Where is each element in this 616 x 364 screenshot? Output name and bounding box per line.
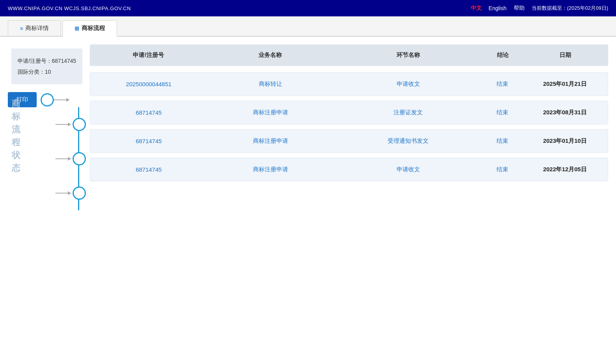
lang-zh-button[interactable]: 中文	[471, 5, 482, 12]
header-col2: 业务名称	[203, 51, 337, 59]
header-col1: 申请/注册号	[98, 51, 199, 59]
row2-appno: 68714745	[98, 109, 199, 116]
table-row[interactable]: 68714745 商标注册申请 申请收文 结束 2022年12月05日	[90, 158, 608, 181]
tab-process[interactable]: ⊞ 商标流程	[62, 20, 117, 37]
row4-conclusion: 结束	[479, 166, 526, 173]
table-row[interactable]: 68714745 商标注册申请 受理通知书发文 结束 2023年01月10日	[90, 129, 608, 153]
timeline-dot-2	[73, 118, 86, 131]
header-col5: 日期	[530, 51, 600, 59]
header-col3: 环节名称	[341, 51, 475, 59]
tab-process-label: 商标流程	[82, 25, 105, 32]
arrow-3	[55, 158, 71, 159]
row2-conclusion: 结束	[479, 109, 526, 116]
intl-class: 国际分类：10	[18, 66, 76, 77]
arrow-4	[55, 193, 71, 194]
table-header: 申请/注册号 业务名称 环节名称 结论 日期	[90, 44, 608, 66]
data-date: 当前数据截至：(2025年02月09日)	[532, 5, 609, 12]
table-area: 申请/注册号 业务名称 环节名称 结论 日期 20250000044851 商标…	[86, 44, 608, 210]
detail-icon: ≡	[20, 25, 23, 32]
tabs-bar: ≡ 商标详情 ⊞ 商标流程	[0, 16, 616, 37]
row3-bizname: 商标注册申请	[203, 137, 337, 145]
help-button[interactable]: 帮助	[514, 5, 525, 12]
row4-bizname: 商标注册申请	[203, 166, 337, 173]
row3-appno: 68714745	[98, 138, 199, 144]
row1-conclusion: 结束	[479, 80, 526, 88]
print-button[interactable]: 打印	[8, 92, 37, 107]
table-row[interactable]: 20250000044851 商标转让 申请收文 结束 2025年01月21日	[90, 72, 608, 96]
row1-bizname: 商标转让	[203, 80, 337, 88]
timeline-section	[8, 107, 86, 210]
tab-detail[interactable]: ≡ 商标详情	[8, 20, 61, 36]
timeline-dot-1	[41, 93, 54, 107]
timeline-entry-3	[8, 142, 86, 176]
row1-stepname: 申请收文	[341, 80, 475, 88]
reg-no: 申请/注册号：68714745	[18, 55, 76, 66]
tab-detail-label: 商标详情	[25, 25, 49, 32]
row3-conclusion: 结束	[479, 137, 526, 145]
header-col4: 结论	[479, 51, 526, 59]
row2-bizname: 商标注册申请	[203, 109, 337, 116]
table-row[interactable]: 68714745 商标注册申请 注册证发文 结束 2023年08月31日	[90, 101, 608, 124]
top-bar: WWW.CNIPA.GOV.CN WCJS.SBJ.CNIPA.GOV.CN 中…	[0, 0, 616, 16]
process-icon: ⊞	[75, 25, 79, 32]
main-content: 申请/注册号：68714745 国际分类：10 打印	[0, 37, 616, 218]
row4-appno: 68714745	[98, 166, 199, 173]
row1-appno: 20250000044851	[98, 81, 199, 87]
row2-date: 2023年08月31日	[530, 109, 600, 116]
lang-en-button[interactable]: English	[489, 5, 507, 11]
left-panel: 申请/注册号：68714745 国际分类：10 打印	[8, 44, 86, 210]
right-nav: 中文 English 帮助 当前数据截至：(2025年02月09日)	[471, 5, 608, 12]
timeline-dot-3	[73, 152, 86, 165]
row4-date: 2022年12月05日	[530, 166, 600, 173]
timeline-entry-2	[8, 107, 86, 142]
row3-date: 2023年01月10日	[530, 137, 600, 145]
row1-date: 2025年01月21日	[530, 80, 600, 88]
timeline-entry-4	[8, 176, 86, 210]
row4-stepname: 申请收文	[341, 166, 475, 173]
arrow-1	[54, 99, 69, 100]
row2-stepname: 注册证发文	[341, 109, 475, 116]
timeline-dot-4	[73, 186, 86, 200]
info-box: 申请/注册号：68714745 国际分类：10	[11, 48, 82, 84]
row3-stepname: 受理通知书发文	[341, 137, 475, 145]
arrow-2	[55, 124, 71, 125]
site-links: WWW.CNIPA.GOV.CN WCJS.SBJ.CNIPA.GOV.CN	[8, 5, 471, 11]
